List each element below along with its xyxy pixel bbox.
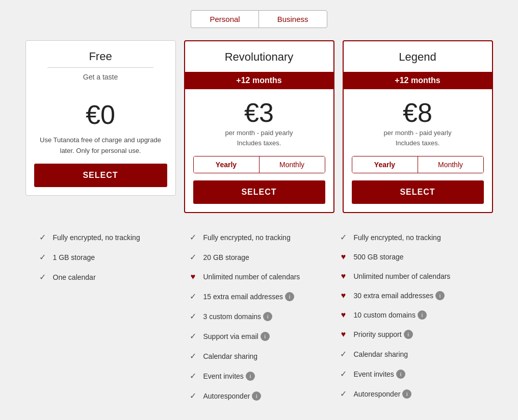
plan-legend-header: Legend (344, 41, 492, 72)
feature-rev-email-addresses-text: 15 extra email addresses (203, 293, 283, 301)
plan-legend-price-section: €8 per month - paid yearlyIncludes taxes… (344, 89, 492, 156)
plan-revolutionary-billing-toggle: Yearly Monthly (193, 156, 325, 173)
plan-legend-name: Legend (352, 50, 484, 64)
feature-leg-autoresponder: ✓ Autoresponder i (339, 384, 481, 404)
plan-legend-billing-toggle: Yearly Monthly (352, 156, 484, 173)
check-icon: ✓ (188, 351, 198, 361)
plan-revolutionary-price-section: €3 per month - paid yearlyIncludes taxes… (185, 89, 333, 156)
feature-rev-support: ✓ Support via email i (188, 326, 330, 346)
info-icon[interactable]: i (246, 372, 255, 381)
check-icon: ✓ (188, 292, 198, 301)
feature-leg-storage-text: 500 GB storage (354, 253, 481, 261)
check-icon: ✓ (38, 232, 48, 242)
features-legend: ✓ Fully encrypted, no tracking ♥ 500 GB … (334, 227, 485, 406)
feature-rev-autoresponder: ✓ Autoresponder i (188, 386, 330, 406)
plans-container: Free Get a taste €0 Use Tutanota free of… (10, 40, 508, 213)
check-icon: ✓ (188, 371, 198, 381)
feature-free-encrypted-text: Fully encrypted, no tracking (53, 233, 180, 242)
plan-revolutionary: Revolutionary +12 months €3 per month - … (184, 40, 334, 213)
check-icon: ✓ (339, 369, 349, 379)
plan-revolutionary-header: Revolutionary (185, 41, 333, 72)
feature-rev-calendars-text: Unlimited number of calendars (203, 273, 330, 281)
features-free: ✓ Fully encrypted, no tracking ✓ 1 GB st… (34, 227, 184, 406)
feature-rev-event-invites: ✓ Event invites i (188, 366, 330, 386)
feature-rev-calendars: ♥ Unlimited number of calendars (188, 267, 330, 286)
plan-free-tagline: Get a taste (34, 73, 167, 81)
features-revolutionary: ✓ Fully encrypted, no tracking ✓ 20 GB s… (184, 227, 334, 406)
tab-personal[interactable]: Personal (191, 10, 258, 28)
plan-revolutionary-price: €3 (193, 97, 325, 128)
feature-rev-autoresponder-text: Autoresponder (203, 392, 250, 400)
info-icon[interactable]: i (252, 391, 261, 401)
plan-free-name: Free (34, 50, 167, 63)
plan-revolutionary-name: Revolutionary (193, 50, 325, 64)
check-icon: ✓ (188, 331, 198, 341)
plan-revolutionary-select-button[interactable]: SELECT (193, 180, 325, 204)
info-icon[interactable]: i (435, 291, 445, 300)
info-icon[interactable]: i (402, 389, 411, 399)
plan-free-select-button[interactable]: SELECT (34, 164, 167, 187)
feature-leg-calendar-sharing-text: Calendar sharing (354, 350, 481, 358)
info-icon[interactable]: i (404, 330, 413, 339)
info-icon[interactable]: i (263, 312, 272, 321)
heart-icon: ♥ (339, 291, 349, 300)
heart-icon: ♥ (339, 252, 349, 261)
feature-leg-support-text: Priority support (354, 330, 402, 338)
feature-leg-event-invites-text: Event invites (354, 370, 394, 378)
check-icon: ✓ (339, 232, 349, 242)
feature-leg-calendar-sharing: ✓ Calendar sharing (339, 344, 481, 364)
plan-free-price-section: €0 (26, 89, 175, 135)
info-icon[interactable]: i (261, 332, 270, 341)
feature-free-calendar: ✓ One calendar (38, 267, 180, 287)
feature-free-storage-text: 1 GB storage (53, 253, 180, 261)
feature-rev-encrypted-text: Fully encrypted, no tracking (203, 233, 330, 242)
feature-leg-calendars-text: Unlimited number of calendars (354, 272, 481, 280)
check-icon: ✓ (188, 311, 198, 321)
feature-leg-autoresponder-text: Autoresponder (354, 390, 401, 398)
plan-legend-select-button[interactable]: SELECT (352, 180, 484, 204)
plan-free-desc: Use Tutanota free of charge and upgrade … (26, 135, 175, 164)
feature-free-encrypted: ✓ Fully encrypted, no tracking (38, 227, 180, 247)
feature-rev-domains-text: 3 custom domains (203, 312, 262, 321)
heart-icon: ♥ (339, 310, 349, 320)
plan-revolutionary-monthly-btn[interactable]: Monthly (259, 156, 325, 173)
feature-rev-calendar-sharing: ✓ Calendar sharing (188, 346, 330, 366)
feature-leg-encrypted-text: Fully encrypted, no tracking (354, 233, 481, 242)
feature-leg-calendars: ♥ Unlimited number of calendars (339, 267, 481, 286)
feature-free-calendar-text: One calendar (53, 273, 180, 281)
feature-free-storage: ✓ 1 GB storage (38, 247, 180, 267)
features-section: ✓ Fully encrypted, no tracking ✓ 1 GB st… (10, 227, 508, 406)
heart-icon: ♥ (339, 272, 349, 281)
plan-revolutionary-price-desc: per month - paid yearlyIncludes taxes. (193, 128, 325, 148)
plan-legend-yearly-btn[interactable]: Yearly (352, 156, 418, 173)
plan-legend: Legend +12 months €8 per month - paid ye… (343, 40, 493, 213)
feature-rev-support-text: Support via email (203, 332, 258, 340)
plan-legend-bonus: +12 months (344, 72, 492, 89)
plan-revolutionary-yearly-btn[interactable]: Yearly (194, 156, 259, 173)
check-icon: ✓ (188, 391, 198, 401)
heart-icon: ♥ (339, 330, 349, 339)
info-icon[interactable]: i (285, 292, 294, 301)
plan-legend-monthly-btn[interactable]: Monthly (418, 156, 483, 173)
tab-business[interactable]: Business (258, 10, 327, 28)
info-icon[interactable]: i (418, 310, 427, 320)
feature-rev-event-invites-text: Event invites (203, 372, 244, 380)
plan-type-tabs: Personal Business (10, 10, 508, 28)
check-icon: ✓ (188, 252, 198, 262)
plan-revolutionary-bonus: +12 months (185, 72, 333, 89)
plan-legend-price-desc: per month - paid yearlyIncludes taxes. (352, 128, 484, 148)
feature-leg-email-addresses: ♥ 30 extra email addresses i (339, 286, 481, 305)
check-icon: ✓ (339, 349, 349, 359)
feature-leg-event-invites: ✓ Event invites i (339, 364, 481, 384)
plan-free-header: Free Get a taste (26, 41, 175, 89)
check-icon: ✓ (339, 389, 349, 399)
feature-leg-email-addresses-text: 30 extra email addresses (354, 292, 433, 300)
feature-leg-domains-text: 10 custom domains (354, 311, 416, 319)
feature-rev-email-addresses: ✓ 15 extra email addresses i (188, 286, 330, 306)
feature-rev-storage-text: 20 GB storage (203, 253, 330, 261)
feature-leg-domains: ♥ 10 custom domains i (339, 305, 481, 325)
plan-legend-price: €8 (352, 97, 484, 128)
check-icon: ✓ (38, 272, 48, 282)
feature-rev-storage: ✓ 20 GB storage (188, 247, 330, 267)
info-icon[interactable]: i (396, 370, 405, 379)
